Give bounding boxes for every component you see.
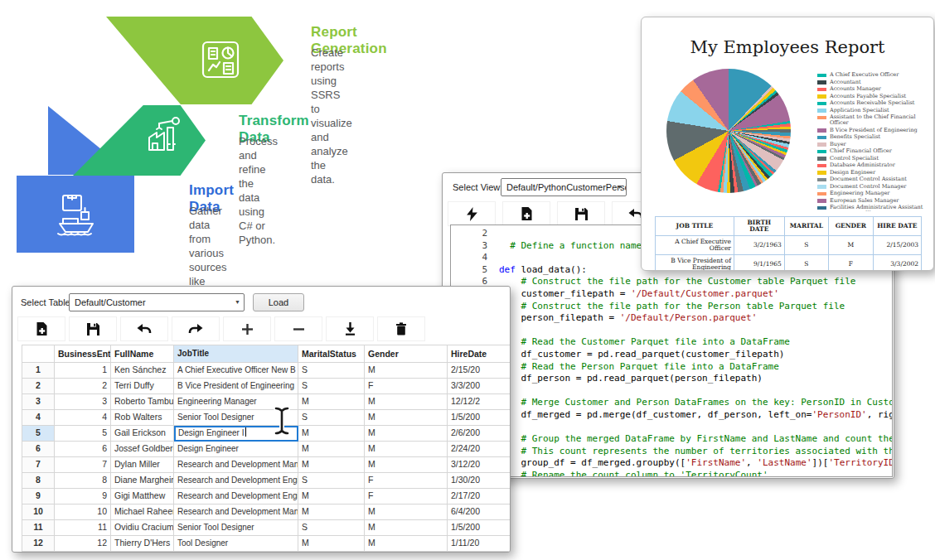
grid-cell[interactable]: F [365,379,448,394]
grid-cell[interactable]: Michael Raheem [111,504,174,520]
grid-cell[interactable]: 2/6/200 [448,426,511,442]
grid-cell[interactable]: 5 [55,426,111,442]
row-header[interactable]: 1 [22,363,55,379]
grid-column-header-fullname[interactable]: FullName [111,345,174,363]
row-header[interactable]: 3 [22,394,55,410]
grid-cell[interactable]: 8 [55,473,111,489]
row-header[interactable]: 4 [22,410,55,426]
grid-cell[interactable]: 3/3/200 [448,379,511,394]
grid-cell[interactable]: M [365,520,448,536]
download-button[interactable] [326,316,374,341]
grid-cell[interactable]: Research and Development Manager [174,504,298,520]
load-button[interactable]: Load [253,293,304,311]
grid-cell[interactable]: M [365,426,448,442]
grid-cell[interactable]: M [365,504,448,520]
grid-cell[interactable]: 2/24/20 [448,442,511,457]
grid-cell[interactable]: M [365,536,448,552]
grid-cell[interactable]: Dylan Miller [111,457,174,473]
grid-cell[interactable]: 2/15/20 [448,363,511,379]
grid-cell[interactable]: F [365,473,448,489]
grid-cell[interactable]: Research and Development Manager [174,457,298,473]
grid-cell[interactable]: 7 [55,457,111,473]
grid-cell[interactable]: 12/12/2 [448,394,511,410]
grid-cell[interactable]: 1/11/20 [448,536,511,552]
row-header[interactable]: 7 [22,457,55,473]
table-dropdown[interactable]: Default/Customer ▼ [69,293,245,311]
grid-cell[interactable]: 6/4/200 [448,504,511,520]
grid-cell[interactable]: Gigi Matthew [111,489,174,504]
row-header[interactable]: 2 [22,379,55,394]
save-button[interactable] [69,316,117,341]
grid-cell[interactable]: 6 [55,442,111,457]
grid-cell[interactable]: M [298,426,365,442]
grid-cell[interactable]: Rob Walters [111,410,174,426]
grid-cell[interactable]: M [365,394,448,410]
grid-cell[interactable]: M [298,457,365,473]
grid-cell[interactable]: 11 [55,520,111,536]
new-file-button[interactable] [502,201,550,226]
grid-cell[interactable]: Diane Margheim [111,473,174,489]
row-header[interactable]: 5 [22,426,55,442]
grid-cell[interactable]: 1/30/20 [448,473,511,489]
grid-cell[interactable]: Senior Tool Designer [174,520,298,536]
grid-cell[interactable]: Ovidiu Cracium [111,520,174,536]
remove-row-button[interactable] [274,316,322,341]
row-header[interactable]: 11 [22,520,55,536]
grid-column-header-jobtitle[interactable]: JobTitle [174,345,298,363]
grid-cell[interactable]: 12 [55,536,111,552]
grid-cell[interactable]: M [298,489,365,504]
grid-cell[interactable]: S [298,410,365,426]
new-file-button[interactable] [17,316,65,341]
grid-cell[interactable]: 3 [55,394,111,410]
grid-cell[interactable]: Jossef Goldberg [111,442,174,457]
grid-cell[interactable]: Tool Designer [174,536,298,552]
grid-cell[interactable]: M [365,410,448,426]
grid-cell[interactable]: 9 [55,489,111,504]
row-header[interactable]: 6 [22,442,55,457]
grid-cell[interactable]: M [298,442,365,457]
grid-cell[interactable]: B Vice President of Engineering [174,379,298,394]
grid-cell[interactable]: 3/12/20 [448,457,511,473]
grid-cell[interactable]: Ken Sánchez [111,363,174,379]
delete-button[interactable] [377,316,425,341]
grid-column-header-businessentityid[interactable]: BusinessEntityID [55,345,111,363]
row-header[interactable]: 9 [22,489,55,504]
save-button[interactable] [557,201,605,226]
grid-cell[interactable]: Design Engineer [174,442,298,457]
grid-cell[interactable]: M [365,457,448,473]
add-row-button[interactable] [223,316,271,341]
grid-cell[interactable]: Terri Duffy [111,379,174,394]
grid-cell[interactable]: M [365,442,448,457]
grid-cell[interactable]: A Chief Executive Officer New B [174,363,298,379]
grid-column-header-maritalstatus[interactable]: MaritalStatus [298,345,365,363]
row-header[interactable]: 8 [22,473,55,489]
grid-cell[interactable]: S [298,520,365,536]
grid-cell[interactable]: M [298,504,365,520]
grid-cell[interactable]: Research and Development Engineer [174,473,298,489]
grid-column-header-gender[interactable]: Gender [365,345,448,363]
grid-cell[interactable]: F [365,489,448,504]
redo-button[interactable] [172,316,220,341]
grid-cell[interactable]: Research and Development Engineer [174,489,298,504]
grid-cell[interactable]: S [298,473,365,489]
grid-cell[interactable]: 1/5/200 [448,410,511,426]
grid-cell[interactable]: 4 [55,410,111,426]
undo-button[interactable] [120,316,168,341]
view-dropdown[interactable]: Default/PythonCustomerPerson ▼ [501,178,627,196]
grid-cell[interactable]: M [298,394,365,410]
grid-cell[interactable]: S [298,363,365,379]
grid-cell[interactable]: 2 [55,379,111,394]
run-button[interactable] [448,201,496,226]
row-header[interactable]: 10 [22,504,55,520]
row-header[interactable]: 12 [22,536,55,552]
grid-cell[interactable]: 1 [55,363,111,379]
grid-cell[interactable]: 1/5/200 [448,520,511,536]
grid-cell[interactable]: Gail Erickson [111,426,174,442]
grid-corner-cell[interactable] [22,345,55,363]
grid-cell[interactable]: M [298,536,365,552]
grid-column-header-hiredate[interactable]: HireDate [448,345,511,363]
grid-cell[interactable]: Thierry D'Hers [111,536,174,552]
grid-cell[interactable]: M [365,363,448,379]
grid-cell[interactable]: 2/17/20 [448,489,511,504]
grid-cell[interactable]: S [298,379,365,394]
